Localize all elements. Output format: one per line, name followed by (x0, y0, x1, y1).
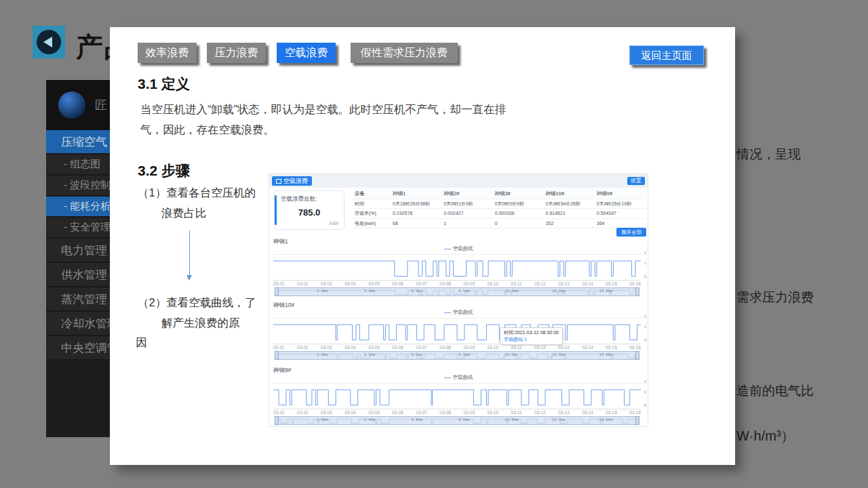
table-cell: 68 (391, 219, 442, 229)
x-axis-tick: 03-09 (463, 281, 475, 287)
back-arrow-icon (43, 37, 52, 47)
legend-label[interactable]: 空载曲线 (453, 374, 473, 380)
modal-panel: 效率浪费压力浪费空载浪费假性需求压力浪费 返回主页面 3.1 定义 当空压机进入… (110, 27, 735, 465)
chart-navigator[interactable]: 1. Mar3. Mar5. Mar8. Mar10. Mar12. Mar15… (275, 351, 639, 360)
x-axis-tick: 03-02 (297, 281, 309, 287)
table-header-cell: 神钢9# (595, 189, 646, 199)
y-axis-tick: 1 (644, 325, 646, 329)
x-axis-tick: 03-11 (511, 345, 521, 350)
x-axis-tick: 03-16 (629, 345, 641, 350)
navigator-label: 10. Mar (505, 418, 518, 422)
dashboard-title: 空载浪费 (283, 176, 308, 186)
chart-navigator[interactable]: 1. Mar3. Mar5. Mar8. Mar10. Mar12. Mar15… (275, 287, 639, 296)
x-axis-tick: 03-13 (558, 410, 570, 415)
x-axis-tick: 03-05 (368, 345, 380, 350)
table-cell: 364 (595, 219, 646, 229)
table-cell: 0 (493, 219, 544, 229)
chart-device-title: 神钢1 (269, 238, 648, 245)
expand-all-button[interactable]: 展开全部 (616, 228, 646, 237)
x-axis-tick: 03-10 (487, 410, 498, 415)
x-axis-tick: 03-09 (463, 345, 475, 350)
navigator-label: 3. Mar (364, 352, 376, 357)
step2-line1: （2）查看空载曲线，了 (138, 296, 256, 310)
panel-icon (276, 179, 281, 184)
x-axis-tick: 03-14 (582, 345, 593, 350)
legend-label[interactable]: 空载曲线 (453, 309, 473, 315)
chart-plot-area[interactable]: 210 (273, 253, 641, 281)
x-axis-tick: 03-08 (439, 345, 451, 350)
tab-3[interactable]: 空载浪费 (277, 43, 336, 63)
chart-navigator[interactable]: 1. Mar3. Mar5. Mar8. Mar10. Mar12. Mar15… (275, 416, 639, 425)
x-axis-labels: 03-0103-0203-0303-0403-0503-0603-0703-08… (273, 345, 641, 350)
y-axis-tick: 2 (644, 314, 646, 319)
table-cell: 0.002427 (442, 209, 493, 219)
x-axis-tick: 03-14 (582, 410, 593, 415)
dashboard-header: 空载浪费 设置 (269, 174, 648, 188)
navigator-label: 12. Mar (552, 418, 566, 422)
x-axis-tick: 03-07 (416, 281, 427, 287)
table-cell: 时间 (353, 199, 391, 209)
navigator-label: 15. Mar (599, 352, 613, 357)
chart-plot-area[interactable]: 210 (273, 382, 641, 409)
dashboard-title-badge: 空载浪费 (272, 176, 312, 186)
legend-line-icon (444, 378, 451, 378)
navigator-handle-right[interactable] (635, 416, 639, 425)
back-to-main-button[interactable]: 返回主页面 (629, 45, 704, 65)
tab-4[interactable]: 假性需求压力浪费 (351, 43, 458, 63)
y-axis-tick: 2 (644, 251, 646, 255)
table-header-cell: 神钢10# (545, 189, 595, 199)
table-cell: 0天18时25分58秒 (391, 199, 442, 209)
chart-block: 神钢10#空载曲线21003-0103-0203-0303-0403-0503-… (269, 302, 648, 367)
navigator-handle-left[interactable] (275, 351, 279, 360)
section-heading-steps: 3.2 步骤 (138, 161, 190, 180)
navigator-handle-left[interactable] (275, 416, 279, 425)
x-axis-tick: 03-01 (273, 345, 285, 350)
x-axis-labels: 03-0103-0203-0303-0403-0503-0603-0703-08… (273, 281, 641, 287)
table-cell: 0天0时1分9秒 (442, 199, 493, 209)
table-cell: 0.192578 (391, 209, 442, 219)
y-axis-tick: 1 (644, 390, 646, 394)
stat-unit: kWh (330, 221, 339, 226)
table-header-cell: 神钢2# (442, 189, 493, 199)
chart-legend: 空载曲线 (269, 374, 648, 382)
down-arrow-head-icon (186, 275, 192, 281)
x-axis-tick: 03-15 (606, 345, 617, 350)
navigator-handle-right[interactable] (635, 287, 639, 296)
table-cell: 0.000336 (493, 209, 544, 219)
y-axis-tick: 0 (644, 274, 646, 279)
x-axis-tick: 03-04 (344, 281, 356, 287)
table-cell: 电量(kwh) (353, 219, 391, 229)
x-axis-tick: 03-16 (629, 410, 641, 415)
x-axis-tick: 03-05 (368, 281, 380, 287)
table-header-cell: 设备 (353, 189, 391, 199)
table-cell: 352 (545, 219, 595, 229)
x-axis-tick: 03-09 (463, 410, 475, 415)
navigator-handle-left[interactable] (275, 287, 279, 296)
navigator-label: 10. Mar (505, 352, 518, 357)
x-axis-tick: 03-03 (321, 281, 332, 287)
x-axis-tick: 03-03 (321, 410, 332, 415)
tab-1[interactable]: 效率浪费 (138, 43, 197, 63)
y-axis-tick: 1 (644, 261, 646, 265)
x-axis-tick: 03-11 (511, 410, 521, 415)
settings-button[interactable]: 设置 (627, 177, 645, 185)
chart-legend: 空载曲线 (269, 309, 648, 317)
legend-label[interactable]: 空载曲线 (453, 245, 473, 251)
x-axis-tick: 03-12 (534, 345, 546, 350)
step2-line3: 因 (136, 336, 147, 350)
y-axis-tick: 0 (644, 338, 646, 342)
navigator-label: 15. Mar (599, 418, 613, 422)
navigator-label: 1. Mar (317, 289, 328, 293)
navigator-label: 15. Mar (599, 289, 613, 293)
chart-plot-area[interactable]: 210 (273, 317, 641, 344)
x-axis-tick: 03-02 (297, 410, 309, 415)
table-cell: 0天4时34分28秒 (545, 199, 595, 209)
x-axis-tick: 03-13 (558, 345, 570, 350)
tab-2[interactable]: 压力浪费 (207, 43, 266, 63)
navigator-handle-right[interactable] (635, 351, 639, 360)
x-axis-tick: 03-05 (368, 410, 380, 415)
tooltip-time: 时间:2021-03-12 08:30:00 (504, 329, 559, 336)
x-axis-tick: 03-12 (534, 281, 546, 287)
tooltip-value: 空载曲线:1 (504, 336, 559, 343)
table-cell: 0.614521 (545, 209, 595, 219)
